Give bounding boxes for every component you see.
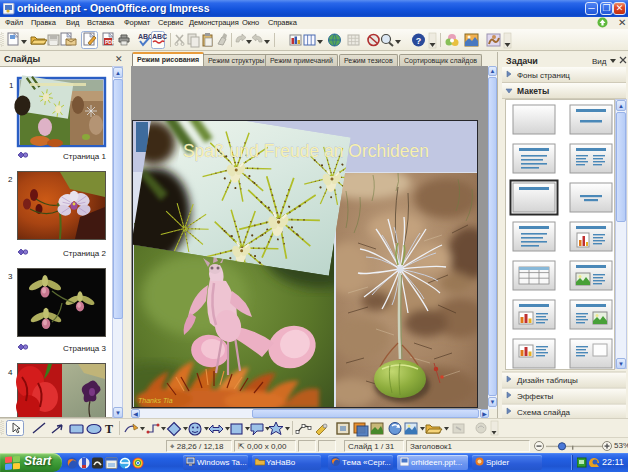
svg-text:1: 1 — [9, 81, 14, 90]
svg-text:Фоны страниц: Фоны страниц — [517, 71, 570, 80]
svg-text:Макеты: Макеты — [517, 86, 549, 96]
svg-text:Схема слайда: Схема слайда — [517, 408, 571, 417]
svg-text:ABC: ABC — [152, 33, 167, 40]
svg-text:Spaß und Freude an Orchideen: Spaß und Freude an Orchideen — [183, 141, 429, 161]
svg-text:PDF: PDF — [105, 39, 115, 45]
svg-text:Дизайн таблицы: Дизайн таблицы — [517, 376, 578, 385]
svg-text:2: 2 — [8, 175, 13, 184]
svg-text:3: 3 — [8, 272, 13, 281]
svg-text:Эффекты: Эффекты — [517, 392, 554, 401]
svg-text:Вид: Вид — [592, 57, 607, 66]
svg-text:Страница 3: Страница 3 — [63, 344, 106, 353]
svg-text:Задачи: Задачи — [506, 56, 538, 66]
svg-text:?: ? — [416, 36, 422, 46]
svg-text:T: T — [105, 422, 113, 436]
svg-text:Страница 2: Страница 2 — [63, 249, 106, 258]
svg-text:Thanks Tia: Thanks Tia — [138, 397, 173, 404]
svg-text:ABC: ABC — [138, 33, 153, 40]
svg-text:4: 4 — [8, 368, 13, 377]
svg-text:Страница 1: Страница 1 — [63, 152, 106, 161]
